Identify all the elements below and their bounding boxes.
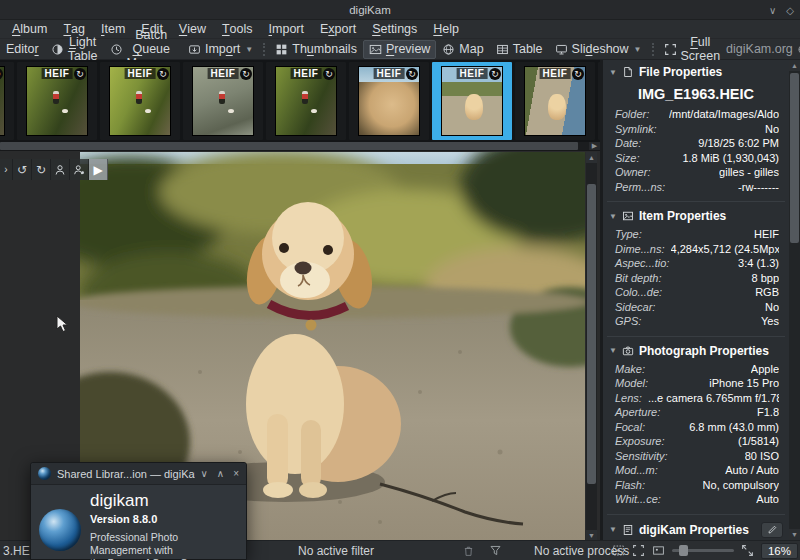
maximize-window-icon[interactable]: ◇ [786,5,794,16]
recognize-faces-button[interactable] [70,159,89,180]
shade-window-icon[interactable]: ∨ [769,5,776,16]
property-label: Whit...ce: [615,492,661,507]
minimize-icon[interactable]: ∨ [201,468,208,479]
statusbar-icons [462,544,502,557]
chevron-down-icon[interactable]: ▼ [634,45,642,54]
property-value: Apple [751,362,779,377]
toolbar-button-label: Table [513,42,543,56]
file-properties-header[interactable]: ▼File Properties [603,60,789,83]
menu-help[interactable]: Help [425,20,467,38]
batch-queue-manager-button[interactable]: Batch Queue Manager [104,40,182,59]
property-value: No [765,300,779,315]
edit-properties-button[interactable] [761,522,783,538]
show-face-tags-button[interactable] [51,159,70,180]
menu-export[interactable]: Export [312,20,364,38]
thumbnail[interactable]: HEIF↻ [515,62,595,140]
property-label: Sensitivity: [615,449,668,464]
toolbar-button-label: Editor [6,42,39,56]
expand-toolbar-button[interactable]: › [0,159,13,180]
menu-tools[interactable]: Tools [214,20,261,38]
full-screen-button[interactable]: Full Screen [658,40,727,59]
zoom-slider[interactable] [672,549,734,552]
sidebar-scrollbar-thumb[interactable] [790,73,799,243]
fit-to-window-icon[interactable] [612,544,625,557]
thumbnail[interactable]: HEIF↻ [100,62,180,140]
property-value: No [765,122,779,137]
thumbnail-photo: HEIF↻ [0,66,5,136]
thumbnails-grid-icon [275,43,288,56]
trash-icon[interactable] [462,544,475,557]
rotate-overlay-icon[interactable]: ↻ [157,68,169,80]
preview-vertical-scrollbar[interactable]: ▲ ▼ [586,152,597,540]
import-button[interactable]: Import▼ [182,40,259,59]
collapse-arrow-icon[interactable]: ▼ [609,525,617,534]
scroll-down-arrow-icon[interactable]: ▼ [789,529,800,540]
rotate-overlay-icon[interactable]: ↻ [74,68,86,80]
rotate-overlay-icon[interactable]: ↻ [489,68,501,80]
select-zoom-icon[interactable] [632,544,645,557]
maximize-icon[interactable]: ∧ [217,468,224,479]
close-icon[interactable]: × [233,468,239,479]
chevron-down-icon[interactable]: ▼ [245,45,253,54]
menu-settings[interactable]: Settings [364,20,425,38]
property-value: /mnt/data/Images/Aldo [669,107,779,122]
menu-view[interactable]: View [171,20,214,38]
thumbnails-button[interactable]: Thumbnails [269,40,363,59]
section-title: Photograph Properties [639,344,769,358]
thumbnail-photo: HEIF↻ [358,66,420,136]
digikam-properties-header[interactable]: ▼digiKam Properties [603,517,789,541]
thumbnail-list: HEIF↻HEIF↻HEIF↻HEIF↻HEIF↻HEIF↻HEIF↻HEIF↻… [0,62,600,140]
collapse-arrow-icon[interactable]: ▼ [609,346,617,355]
digikam-org-link[interactable]: digiKam.org [726,42,800,56]
rotate-overlay-icon[interactable]: ↻ [323,68,335,80]
thumbnail[interactable]: HEIF↻ [349,62,429,140]
rotate-overlay-icon[interactable]: ↻ [240,68,252,80]
menu-import[interactable]: Import [261,20,312,38]
light-table-button[interactable]: Light Table [45,40,104,59]
thumbnail[interactable]: HEIF↻ [17,62,97,140]
thumbnail-scrollbar[interactable]: ▶ [0,142,600,150]
thumbnail-selected[interactable]: HEIF↻ [432,62,512,140]
thumbnail[interactable]: HEIF↻ [266,62,346,140]
zoom-level-badge[interactable]: 16% [761,543,798,559]
table-button[interactable]: Table [490,40,549,59]
thumbnail[interactable]: HEIF↻ [598,62,600,140]
item-properties-header[interactable]: ▼Item Properties [603,204,789,227]
rotate-overlay-icon[interactable]: ↻ [0,68,3,80]
dog-figure [145,109,151,113]
rotate-left-button[interactable]: ↺ [13,159,32,180]
preview-vscrollbar-thumb[interactable] [587,184,596,484]
slideshow-play-button[interactable]: ▶ [89,159,108,180]
preview-overlay-toolbar: ›↺↻▶ [0,159,108,180]
person-figure [302,91,308,104]
property-value: iPhone 15 Pro [709,376,779,391]
photograph-properties-header[interactable]: ▼Photograph Properties [603,339,789,362]
collapse-arrow-icon[interactable]: ▼ [609,212,617,221]
slideshow-button[interactable]: Slideshow▼ [549,40,648,59]
rotate-overlay-icon[interactable]: ↻ [572,68,584,80]
scroll-up-arrow-icon[interactable]: ▲ [586,152,597,163]
scroll-up-arrow-icon[interactable]: ▲ [789,60,800,71]
menu-album[interactable]: Album [4,20,55,38]
property-row: Focal:6.8 mm (43.0 mm) [603,420,789,435]
rotate-overlay-icon[interactable]: ↻ [406,68,418,80]
zoom-to-100-icon[interactable] [652,544,665,557]
rotate-right-button[interactable]: ↻ [32,159,51,180]
editor-button[interactable]: Editor [0,40,45,59]
format-badge: HEIF [374,68,405,79]
scroll-down-arrow-icon[interactable]: ▼ [586,530,597,540]
zoom-out-limits-icon[interactable] [741,544,754,557]
toolbar-button-label: Thumbnails [292,42,357,56]
sidebar-scrollbar[interactable]: ▲ ▼ [789,60,800,540]
about-dialog-titlebar[interactable]: Shared Librar...ion — digiKam ∨ ∧ × [31,463,246,485]
zoom-slider-knob[interactable] [679,545,688,556]
thumbnail-scrollbar-thumb[interactable] [0,142,578,150]
collapse-arrow-icon[interactable]: ▼ [609,68,617,77]
thumbnail[interactable]: HEIF↻ [183,62,263,140]
filter-funnel-icon[interactable] [489,544,502,557]
preview-button[interactable]: Preview [363,40,436,59]
scroll-right-arrow-icon[interactable]: ▶ [589,142,600,150]
map-button[interactable]: Map [436,40,489,59]
thumbnail[interactable]: HEIF↻ [0,62,14,140]
property-label: Make: [615,362,645,377]
